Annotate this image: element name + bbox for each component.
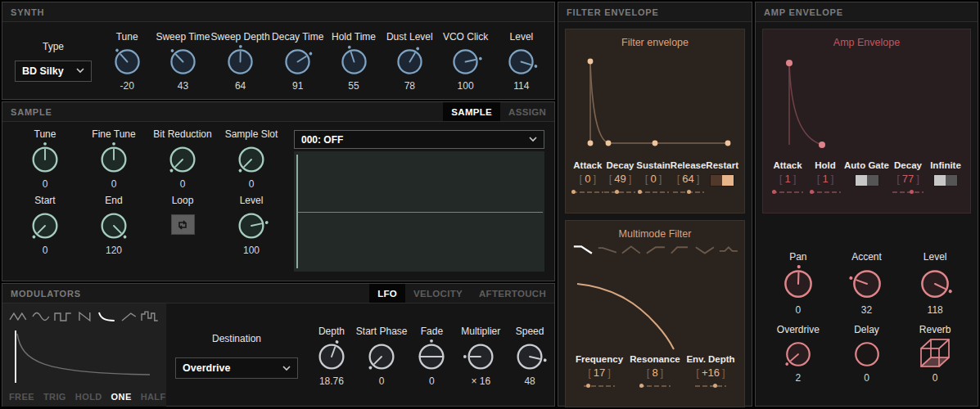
filter-envelope-graph [571,50,743,160]
filter-notch-icon[interactable] [694,244,716,256]
drum-synth-app: SYNTH Type BD Silky Tune -20 Sweep Time [0,0,980,409]
knob-accent[interactable]: Accent 32 [833,251,901,316]
param-value-field[interactable]: [+16] [696,366,725,380]
param-label: Restart [706,160,738,170]
mode-hold[interactable]: HOLD [75,392,102,402]
mode-free[interactable]: FREE [9,392,34,402]
param-value-field[interactable]: [8] [647,366,663,380]
mode-one[interactable]: ONE [111,392,132,402]
knob-value: 18.76 [319,375,344,387]
knob-decay-time[interactable]: Decay Time 91 [270,31,326,92]
infinite-toggle[interactable] [933,174,958,187]
filter-envelope-panel: FILTER ENVELOPE Filter envelope Attack [… [558,2,752,407]
tab-sample[interactable]: SAMPLE [443,102,500,121]
knob-label: Reverb [919,324,951,335]
param-mini-slider[interactable] [810,190,841,194]
destination-column: Destination Overdrive [166,333,307,379]
waveform-square-icon[interactable] [54,310,73,323]
filter-bandpass-icon[interactable] [621,244,642,256]
tab-aftertouch[interactable]: AFTERTOUCH [471,284,554,303]
reverb-cube-icon [917,336,953,372]
knob-label: Speed [516,326,544,337]
param-mini-slider[interactable] [572,190,603,194]
filter-peak-icon[interactable] [718,244,739,256]
knob-dust-level[interactable]: Dust Level 78 [382,31,437,92]
waveform-saw-icon[interactable] [77,310,93,323]
waveform-exp-decay-icon[interactable] [97,310,116,323]
knob-start-phase[interactable]: Start Phase 0 [356,326,408,387]
knob-delay-send[interactable]: Delay 0 [833,324,901,384]
sample-slot-select[interactable]: 000: OFF [294,130,544,149]
waveform-random-icon[interactable] [141,310,160,323]
auto-gate-toggle[interactable] [855,174,879,187]
restart-toggle[interactable] [710,174,734,187]
tab-velocity[interactable]: VELOCITY [405,284,471,303]
waveform-sine-icon[interactable] [32,310,51,323]
loop-button[interactable] [171,214,195,235]
knob-bit-reduction[interactable]: Bit Reduction 0 [148,128,217,190]
knob-value: 0 [249,178,255,190]
knob-synth-level[interactable]: Level 114 [494,31,549,92]
waveform-triangle-icon[interactable] [9,310,28,323]
amp-envelope-params: Attack [1] Hold [1] Auto Gate Decay [77] [768,160,965,194]
sample-waveform-display [294,151,544,272]
destination-select[interactable]: Overdrive [175,357,298,379]
knob-value: 0 [180,178,186,190]
tab-lfo[interactable]: LFO [369,284,405,303]
param-value-field[interactable]: [17] [588,366,611,380]
destination-label: Destination [212,333,261,344]
param-mini-slider[interactable] [892,190,924,194]
knob-multiplier[interactable]: Multiplier × 16 [456,326,505,387]
lfo-decay-curve [9,326,156,383]
tab-assign[interactable]: ASSIGN [500,102,554,121]
waveform-ramp-icon[interactable] [120,310,138,323]
knob-fade[interactable]: Fade 0 [408,326,457,387]
filter-envelope-header: FILTER ENVELOPE [558,2,752,22]
knob-overdrive[interactable]: Overdrive 2 [764,324,833,384]
filter-lowpass2-icon[interactable] [572,244,594,256]
param-value-field[interactable]: [0] [580,173,596,187]
param-label: Resonance [630,354,680,364]
sample-panel-title: SAMPLE [11,107,52,117]
knob-hold-time[interactable]: Hold Time 55 [326,31,382,92]
knob-depth[interactable]: Depth 18.76 [307,326,356,387]
knob-sample-slot[interactable]: Sample Slot 0 [217,128,286,190]
knob-tune[interactable]: Tune -20 [99,31,155,92]
param-mini-slider[interactable] [584,384,615,388]
knob-sample-level[interactable]: Level 100 [217,195,286,256]
param-value-field[interactable]: [1] [817,173,833,187]
filter-lowpass1-icon[interactable] [597,244,618,256]
synth-type-select[interactable]: BD Silky [15,61,92,82]
param-mini-slider[interactable] [673,190,704,194]
knob-end[interactable]: End 120 [79,195,148,256]
knob-fine-tune[interactable]: Fine Tune 0 [79,128,148,190]
filter-highpass1-icon[interactable] [645,244,666,256]
mode-half[interactable]: HALF [141,392,166,402]
amp-envelope-panel: AMP ENVELOPE Amp Envelope Attack [1] Hol… [755,2,978,407]
knob-amp-level[interactable]: Level 118 [901,251,969,316]
param-value-field[interactable]: [49] [609,173,632,187]
mode-trig[interactable]: TRIG [43,392,66,402]
knob-sweep-time[interactable]: Sweep Time 43 [155,31,210,92]
filter-highpass2-icon[interactable] [670,244,691,256]
knob-pan[interactable]: Pan 0 [764,251,833,316]
knob-vco-click[interactable]: VCO Click 100 [437,31,493,92]
reverb-send-control[interactable]: Reverb 0 [901,324,969,384]
knob-sample-tune[interactable]: Tune 0 [11,128,79,190]
knob-value: 64 [235,80,246,92]
param-mini-slider[interactable] [638,190,669,194]
param-mini-slider[interactable] [772,190,803,194]
knob-value: 100 [243,245,260,256]
param-mini-slider[interactable] [604,190,635,194]
param-value-field[interactable]: [0] [645,173,662,187]
param-mini-slider[interactable] [695,384,726,388]
knob-start[interactable]: Start 0 [11,195,79,256]
param-value-field[interactable]: [1] [779,173,796,187]
loop-label: Loop [172,195,194,206]
param-value-field[interactable]: [64] [677,173,700,187]
param-mini-slider[interactable] [639,384,671,388]
knob-speed[interactable]: Speed 48 [505,326,554,387]
knob-sweep-depth[interactable]: Sweep Depth 64 [211,31,270,92]
amp-envelope-card: Amp Envelope Attack [1] Hold [1] [762,29,971,213]
param-value-field[interactable]: [77] [896,173,919,187]
